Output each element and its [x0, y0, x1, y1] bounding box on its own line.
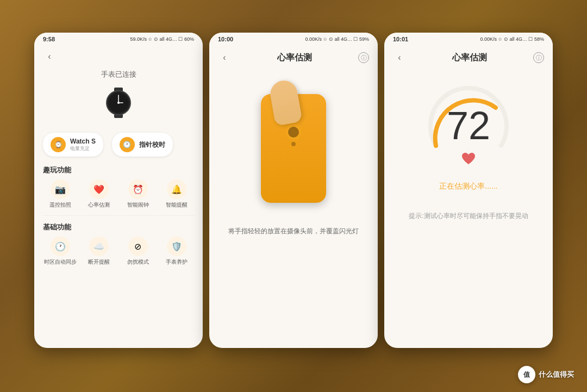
calibrate-text: 指针校时 — [139, 140, 165, 150]
timezone-label: 时区自动同步 — [44, 258, 77, 266]
basic-features-title: 基础功能 — [34, 220, 203, 237]
tip-text: 提示:测试心率时尽可能保持手指不要晃动 — [384, 202, 553, 230]
feature-disconnect[interactable]: ☁️ 断开提醒 — [82, 237, 117, 266]
divider-1 — [43, 215, 194, 216]
watch-image — [99, 84, 138, 122]
camera-label: 遥控拍照 — [49, 201, 71, 209]
network-info-3: 0.00K/s ☆ ⊙ all 4G… ☐ 58% — [480, 36, 544, 42]
screen3-header: ‹ 心率估测 ⓘ — [384, 46, 553, 70]
status-info-3: 0.00K/s ☆ ⊙ all 4G… ☐ 58% — [480, 36, 544, 42]
flash-dot — [291, 142, 296, 146]
care-label: 手表养护 — [166, 258, 188, 266]
watch-s-sub: 电量充足 — [70, 145, 96, 152]
feature-dnd[interactable]: ⊘ 勿扰模式 — [121, 237, 155, 266]
screen2-title: 心率估测 — [277, 52, 312, 64]
screen3: 10:01 0.00K/s ☆ ⊙ all 4G… ☐ 58% ‹ 心率估测 ⓘ… — [384, 33, 553, 348]
screen2: 10:00 0.00K/s ☆ ⊙ all 4G… ☐ 59% ‹ 心率估测 ⓘ… — [209, 33, 378, 348]
network-info-1: 59.0K/s ☆ ⊙ all 4G… ☐ 60% — [130, 36, 194, 42]
time-1: 9:58 — [43, 36, 55, 42]
reminder-label: 智能提醒 — [166, 201, 188, 209]
watch-s-btn[interactable]: ⌚ Watch S 电量充足 — [43, 133, 103, 157]
screen1: 9:58 59.0K/s ☆ ⊙ all 4G… ☐ 60% ‹ 手表已连接 — [34, 33, 203, 348]
disconnect-icon: ☁️ — [89, 237, 109, 256]
logo-badge: 值 什么值得买 — [518, 366, 574, 383]
watch-s-icon: ⌚ — [51, 137, 66, 152]
back-button-3[interactable]: ‹ — [393, 51, 406, 64]
watch-s-title: Watch S — [70, 138, 96, 145]
quick-actions: ⌚ Watch S 电量充足 🕐 指针校时 — [34, 128, 203, 163]
instruction-text: 将手指轻轻的放置在摄像头前，并覆盖闪光灯 — [209, 222, 378, 241]
screen3-title: 心率估测 — [452, 52, 487, 64]
watch-s-text: Watch S 电量充足 — [70, 138, 96, 152]
camera-icon: 📷 — [51, 179, 70, 199]
camera-lens — [288, 127, 299, 138]
info-icon-2[interactable]: ⓘ — [358, 52, 369, 63]
fun-features-title: 趣玩功能 — [34, 163, 203, 179]
screens-container: 9:58 59.0K/s ☆ ⊙ all 4G… ☐ 60% ‹ 手表已连接 — [16, 33, 571, 349]
calibrate-title: 指针校时 — [139, 140, 165, 150]
watch-icon — [102, 86, 135, 119]
feature-reminder[interactable]: 🔔 智能提醒 — [160, 179, 195, 209]
status-info-2: 0.00K/s ☆ ⊙ all 4G… ☐ 59% — [305, 36, 369, 42]
timezone-icon: 🕐 — [51, 237, 70, 256]
heartrate-label: 心率估测 — [88, 201, 110, 209]
network-info-2: 0.00K/s ☆ ⊙ all 4G… ☐ 59% — [305, 36, 369, 42]
basic-features-grid: 🕐 时区自动同步 ☁️ 断开提醒 ⊘ 勿扰模式 🛡️ 手表养护 — [34, 237, 203, 272]
status-info-1: 59.0K/s ☆ ⊙ all 4G… ☐ 60% — [130, 36, 194, 42]
feature-heartrate[interactable]: ❤️ 心率估测 — [82, 179, 117, 209]
back-button-1[interactable]: ‹ — [43, 50, 56, 63]
heart-rate-display: 72 正在估测心率...... — [384, 70, 553, 202]
dnd-label: 勿扰模式 — [127, 258, 149, 266]
back-button-2[interactable]: ‹ — [218, 51, 231, 64]
reminder-icon: 🔔 — [167, 179, 186, 199]
care-icon: 🛡️ — [167, 237, 186, 256]
status-bar-1: 9:58 59.0K/s ☆ ⊙ all 4G… ☐ 60% — [34, 33, 203, 46]
feature-alarm[interactable]: ⏰ 智能闹钟 — [121, 179, 155, 209]
time-2: 10:00 — [218, 36, 233, 42]
info-icon-3[interactable]: ⓘ — [533, 52, 544, 63]
fun-features-grid: 📷 遥控拍照 ❤️ 心率估测 ⏰ 智能闹钟 🔔 智能提醒 — [34, 179, 203, 215]
heart-icon — [461, 152, 476, 165]
logo-text: 什么值得买 — [539, 370, 574, 379]
status-bar-3: 10:01 0.00K/s ☆ ⊙ all 4G… ☐ 58% — [384, 33, 553, 46]
svg-point-6 — [117, 102, 120, 104]
calibrate-btn[interactable]: 🕐 指针校时 — [112, 133, 173, 157]
arc-container: 72 — [425, 86, 512, 173]
alarm-icon: ⏰ — [128, 179, 148, 199]
logo-symbol: 值 — [518, 366, 535, 383]
bpm-value: 72 — [447, 106, 490, 145]
disconnect-label: 断开提醒 — [88, 258, 110, 266]
screen1-header: ‹ — [34, 46, 203, 65]
phone-illustration — [209, 70, 378, 222]
feature-care[interactable]: 🛡️ 手表养护 — [160, 237, 195, 266]
time-3: 10:01 — [393, 36, 408, 42]
feature-timezone[interactable]: 🕐 时区自动同步 — [43, 237, 78, 266]
watch-section: 手表已连接 — [34, 65, 203, 128]
calibrate-icon: 🕐 — [120, 137, 135, 152]
status-bar-2: 10:00 0.00K/s ☆ ⊙ all 4G… ☐ 59% — [209, 33, 378, 46]
feature-camera[interactable]: 📷 遥控拍照 — [43, 179, 78, 209]
heartrate-icon: ❤️ — [89, 179, 109, 199]
alarm-label: 智能闹钟 — [127, 201, 149, 209]
measuring-text: 正在估测心率...... — [439, 182, 497, 191]
dnd-icon: ⊘ — [128, 237, 148, 256]
connected-text: 手表已连接 — [101, 70, 136, 79]
screen2-header: ‹ 心率估测 ⓘ — [209, 46, 378, 70]
